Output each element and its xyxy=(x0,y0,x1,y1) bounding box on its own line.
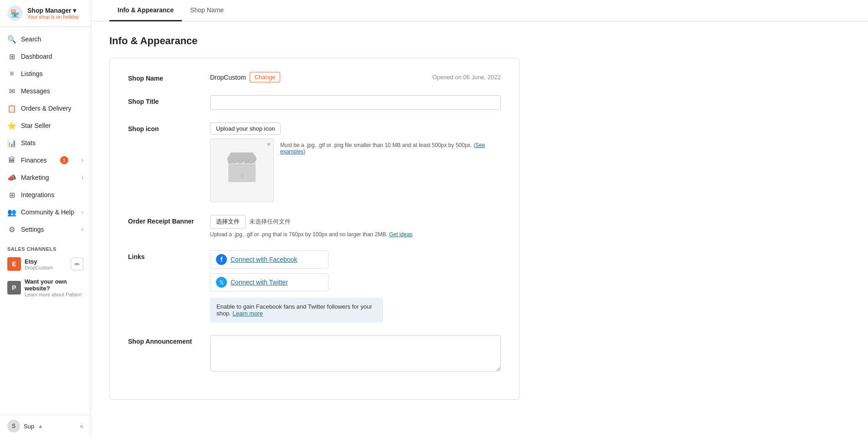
twitter-icon: 𝕏 xyxy=(216,277,227,288)
star-icon: ⭐ xyxy=(7,121,16,130)
learn-more-link[interactable]: Learn more xyxy=(232,310,262,317)
community-icon: 👥 xyxy=(7,208,16,217)
sidebar-item-label: Search xyxy=(21,36,41,43)
sidebar-item-listings[interactable]: ≡ Listings xyxy=(0,65,91,82)
etsy-title: Etsy xyxy=(25,258,67,265)
messages-icon: ✉ xyxy=(7,86,16,96)
sidebar-item-orders[interactable]: 📋 Orders & Delivery xyxy=(0,100,91,117)
change-shop-name-button[interactable]: Change xyxy=(250,72,281,82)
shop-manager-title[interactable]: Shop Manager ▾ xyxy=(27,7,79,14)
expand-icon[interactable]: ▲ xyxy=(38,423,43,429)
etsy-subtitle: DropCustom xyxy=(25,265,67,270)
pattern-subtitle: Learn more about Pattern xyxy=(25,292,83,297)
user-avatar: S xyxy=(7,420,20,432)
get-ideas-link[interactable]: Get ideas xyxy=(389,231,412,238)
sidebar-header: 🏪 Shop Manager ▾ Your shop is on holiday xyxy=(0,0,91,27)
etsy-edit-button[interactable]: ✏ xyxy=(71,258,83,270)
shop-name-value: DropCustom xyxy=(210,74,246,81)
links-field: f Connect with Facebook 𝕏 Connect with T… xyxy=(210,250,501,322)
sidebar: 🏪 Shop Manager ▾ Your shop is on holiday… xyxy=(0,0,91,437)
sidebar-nav: 🔍 Search ⊞ Dashboard ≡ Listings ✉ Messag… xyxy=(0,27,91,242)
home-icon: ⊞ xyxy=(7,52,16,61)
sidebar-footer: S Sup ▲ « xyxy=(0,415,91,437)
sidebar-item-label: Marketing xyxy=(21,174,49,181)
sidebar-item-messages[interactable]: ✉ Messages xyxy=(0,82,91,100)
shop-icon-row: Shop icon Upload your shop icon × xyxy=(128,122,501,202)
chevron-right-icon: › xyxy=(82,174,83,181)
chevron-right-icon: › xyxy=(82,226,83,233)
sidebar-item-settings[interactable]: ⚙ Settings › xyxy=(0,221,91,238)
icon-hint: Must be a .jpg, .gif or .png file smalle… xyxy=(280,142,499,155)
sidebar-item-dashboard[interactable]: ⊞ Dashboard xyxy=(0,48,91,65)
links-row: Links f Connect with Facebook 𝕏 Connect … xyxy=(128,250,501,322)
icon-preview-box: × xyxy=(210,138,274,202)
shop-name-row: Shop Name DropCustom Change Opened on 06… xyxy=(128,72,501,82)
sidebar-item-star-seller[interactable]: ⭐ Star Seller xyxy=(0,117,91,134)
connect-twitter-button[interactable]: 𝕏 Connect with Twitter xyxy=(210,273,329,291)
sidebar-item-integrations[interactable]: ⊞ Integrations xyxy=(0,186,91,203)
tw-link-text: Connect with Twitter xyxy=(231,279,288,286)
sidebar-item-label: Settings xyxy=(21,226,44,233)
sidebar-item-marketing[interactable]: 📣 Marketing › xyxy=(0,169,91,186)
finances-icon: 🏛 xyxy=(7,156,16,165)
choose-file-button[interactable]: 选择文件 xyxy=(210,215,246,229)
marketing-icon: 📣 xyxy=(7,173,16,182)
main-content: Info & Appearance Shop Name Info & Appea… xyxy=(91,0,868,437)
sidebar-item-search[interactable]: 🔍 Search xyxy=(0,30,91,48)
sidebar-item-label: Orders & Delivery xyxy=(21,105,71,112)
announcement-textarea[interactable] xyxy=(210,335,501,371)
receipt-hint: Upload a .jpg, .gif or .png that is 760p… xyxy=(210,231,501,238)
tabs-bar: Info & Appearance Shop Name xyxy=(91,0,868,21)
sidebar-item-label: Stats xyxy=(21,139,36,147)
order-receipt-field: 选择文件 未选择任何文件 Upload a .jpg, .gif or .png… xyxy=(210,215,501,238)
tab-shop-name[interactable]: Shop Name xyxy=(182,0,232,21)
stats-icon: 📊 xyxy=(7,138,16,147)
shop-title-label: Shop Title xyxy=(128,95,210,105)
opened-date: Opened on 06 June, 2022 xyxy=(432,74,501,81)
store-placeholder-icon xyxy=(224,149,260,192)
upload-shop-icon-button[interactable]: Upload your shop icon xyxy=(210,122,281,135)
etsy-badge: E xyxy=(7,257,21,271)
shop-title-input[interactable] xyxy=(210,95,501,110)
shop-title-row: Shop Title xyxy=(128,95,501,110)
sidebar-item-finances[interactable]: 🏛 Finances 1 › xyxy=(0,152,91,169)
sidebar-item-label: Messages xyxy=(21,87,50,95)
connect-facebook-button[interactable]: f Connect with Facebook xyxy=(210,250,329,269)
listings-icon: ≡ xyxy=(7,69,16,78)
sidebar-header-text: Shop Manager ▾ Your shop is on holiday xyxy=(27,7,79,20)
fb-link-text: Connect with Facebook xyxy=(231,256,297,263)
search-icon: 🔍 xyxy=(7,35,16,44)
finances-badge: 1 xyxy=(60,156,68,164)
page-body: Info & Appearance Shop Name DropCustom C… xyxy=(91,21,868,437)
integrations-icon: ⊞ xyxy=(7,190,16,199)
sidebar-item-stats[interactable]: 📊 Stats xyxy=(0,134,91,152)
username: Sup xyxy=(24,423,34,430)
sidebar-item-label: Star Seller xyxy=(21,122,51,129)
tab-info-appearance[interactable]: Info & Appearance xyxy=(109,0,182,21)
page-title: Info & Appearance xyxy=(109,35,850,47)
shop-avatar: 🏪 xyxy=(7,5,23,21)
order-receipt-row: Order Receipt Banner 选择文件 未选择任何文件 Upload… xyxy=(128,215,501,238)
facebook-icon: f xyxy=(216,254,227,265)
links-label: Links xyxy=(128,250,210,260)
shop-status: Your shop is on holiday xyxy=(27,14,79,20)
etsy-channel: E Etsy DropCustom ✏ xyxy=(0,254,91,274)
sidebar-item-label: Finances xyxy=(21,157,47,164)
info-appearance-card: Shop Name DropCustom Change Opened on 06… xyxy=(109,58,519,400)
sidebar-item-label: Integrations xyxy=(21,191,54,198)
sidebar-item-community[interactable]: 👥 Community & Help › xyxy=(0,203,91,221)
sales-channels-header: SALES CHANNELS xyxy=(0,242,91,254)
pattern-badge: P xyxy=(7,281,21,295)
icon-close-button[interactable]: × xyxy=(267,141,271,148)
sidebar-item-label: Listings xyxy=(21,70,42,77)
shop-name-field: DropCustom Change Opened on 06 June, 202… xyxy=(210,72,501,82)
chevron-right-icon: › xyxy=(82,157,83,163)
dropdown-icon: ▾ xyxy=(73,7,76,14)
shop-announcement-field xyxy=(210,335,501,373)
pattern-info: Want your own website? Learn more about … xyxy=(25,278,83,297)
sidebar-item-label: Community & Help xyxy=(21,208,74,216)
collapse-icon[interactable]: « xyxy=(80,422,83,430)
shop-title-field xyxy=(210,95,501,110)
chevron-right-icon: › xyxy=(82,209,83,215)
pattern-channel[interactable]: P Want your own website? Learn more abou… xyxy=(0,274,91,301)
